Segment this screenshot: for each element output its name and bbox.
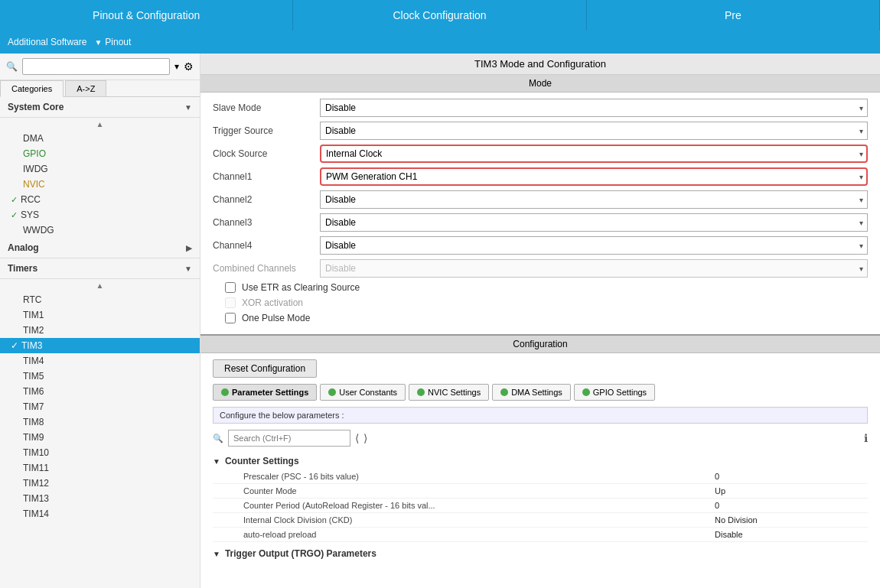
system-core-header[interactable]: System Core ▼ <box>0 97 200 118</box>
sidebar-item-tim2[interactable]: TIM2 <box>0 323 200 338</box>
clock-source-label: Clock Source <box>213 148 320 159</box>
param-row-counter-mode: Counter Mode Up <box>213 484 868 499</box>
sidebar-item-rtc[interactable]: RTC <box>0 292 200 307</box>
trigger-source-select-wrapper: Disable ▾ <box>320 122 868 140</box>
system-core-arrow: ▼ <box>184 103 192 112</box>
slave-mode-select-wrapper: Disable ▾ <box>320 99 868 117</box>
trigger-output-header[interactable]: ▼ Trigger Output (TRGO) Parameters <box>213 545 868 562</box>
gear-icon[interactable]: ⚙ <box>184 60 194 73</box>
slave-mode-row: Slave Mode Disable ▾ <box>213 99 868 117</box>
channel1-row: Channel1 PWM Generation CH1 Disable ▾ <box>213 167 868 186</box>
channel3-select-wrapper: Disable ▾ <box>320 213 868 232</box>
sidebar-item-tim12[interactable]: TIM12 <box>0 476 200 491</box>
channel2-select[interactable]: Disable <box>320 190 868 209</box>
tab-user-constants[interactable]: User Constants <box>320 384 406 401</box>
prev-result-icon[interactable]: ⟨ <box>355 432 359 444</box>
content-title: TIM3 Mode and Configuration <box>200 54 880 75</box>
tab-nvic-settings[interactable]: NVIC Settings <box>409 384 489 401</box>
sidebar-item-tim9[interactable]: TIM9 <box>0 430 200 445</box>
nvic-settings-dot <box>417 388 425 396</box>
trigger-source-select[interactable]: Disable <box>320 122 868 140</box>
second-nav: Additional Software ▼ Pinout <box>0 31 880 54</box>
trigger-collapse-icon: ▼ <box>213 550 220 558</box>
clock-source-row: Clock Source Internal Clock ▾ <box>213 145 868 163</box>
tim3-check-icon: ✓ <box>11 340 18 351</box>
combined-channels-row: Combined Channels Disable ▾ <box>213 259 868 278</box>
reset-config-button[interactable]: Reset Configuration <box>213 359 317 378</box>
counter-settings-header[interactable]: ▼ Counter Settings <box>213 453 868 469</box>
trigger-source-label: Trigger Source <box>213 125 320 136</box>
sidebar-item-sys[interactable]: ✓ SYS <box>0 207 200 223</box>
counter-settings-collapse-icon: ▼ <box>213 457 220 466</box>
config-info-bar: Configure the below parameters : <box>213 407 868 424</box>
search-bar: 🔍 ⟨ ⟩ ℹ <box>213 430 868 447</box>
param-search-input[interactable] <box>228 430 350 447</box>
sidebar-item-rcc[interactable]: ✓ RCC <box>0 192 200 207</box>
tab-categories[interactable]: Categories <box>0 80 64 97</box>
nav-pinout[interactable]: Pinout & Configuration <box>0 0 293 31</box>
xor-activation-row: XOR activation <box>213 297 868 308</box>
param-row-prescaler: Prescaler (PSC - 16 bits value) 0 <box>213 469 868 484</box>
channel4-select[interactable]: Disable <box>320 236 868 255</box>
tab-dma-settings[interactable]: DMA Settings <box>492 384 571 401</box>
sidebar-item-gpio[interactable]: GPIO <box>0 146 200 161</box>
sidebar-item-tim6[interactable]: TIM6 <box>0 384 200 399</box>
channel4-label: Channel4 <box>213 240 320 251</box>
sidebar-item-tim10[interactable]: TIM10 <box>0 445 200 460</box>
slave-mode-label: Slave Mode <box>213 102 320 113</box>
next-result-icon[interactable]: ⟩ <box>363 432 367 444</box>
one-pulse-checkbox[interactable] <box>225 313 236 323</box>
sidebar-item-tim13[interactable]: TIM13 <box>0 491 200 506</box>
one-pulse-row: One Pulse Mode <box>213 313 868 323</box>
xor-activation-checkbox[interactable] <box>225 297 236 308</box>
sidebar-item-tim4[interactable]: TIM4 <box>0 353 200 369</box>
slave-mode-select[interactable]: Disable <box>320 99 868 117</box>
timers-arrow: ▼ <box>184 265 192 273</box>
mode-content: Slave Mode Disable ▾ Trigger Source Disa… <box>200 93 880 336</box>
channel3-select[interactable]: Disable <box>320 213 868 232</box>
info-icon[interactable]: ℹ <box>864 432 868 444</box>
sidebar-item-tim5[interactable]: TIM5 <box>0 369 200 384</box>
tab-gpio-settings[interactable]: GPIO Settings <box>574 384 655 401</box>
timers-scroll-up[interactable]: ▲ <box>0 279 200 292</box>
sidebar-item-wwdg[interactable]: WWDG <box>0 223 200 238</box>
nav-pinout-second[interactable]: ▼ Pinout <box>94 37 131 47</box>
sidebar-item-dma[interactable]: DMA <box>0 131 200 146</box>
sys-check-icon: ✓ <box>11 210 18 220</box>
sidebar-item-tim7[interactable]: TIM7 <box>0 399 200 414</box>
sidebar-item-tim1[interactable]: TIM1 <box>0 307 200 323</box>
param-row-counter-period: Counter Period (AutoReload Register - 16… <box>213 499 868 513</box>
channel1-select[interactable]: PWM Generation CH1 Disable <box>320 167 868 186</box>
analog-header[interactable]: Analog ▶ <box>0 238 200 258</box>
channel1-select-wrapper: PWM Generation CH1 Disable ▾ <box>320 167 868 186</box>
channel4-select-wrapper: Disable ▾ <box>320 236 868 255</box>
sidebar-item-tim8[interactable]: TIM8 <box>0 414 200 430</box>
config-tabs: Parameter Settings User Constants NVIC S… <box>213 384 868 401</box>
sidebar: 🔍 ▾ ⚙ Categories A->Z System Core ▼ ▲ DM… <box>0 54 200 588</box>
tab-az[interactable]: A->Z <box>65 80 106 96</box>
one-pulse-label: One Pulse Mode <box>242 313 310 323</box>
sidebar-item-tim3[interactable]: ✓ TIM3 <box>0 338 200 353</box>
clock-source-select[interactable]: Internal Clock <box>320 145 868 163</box>
analog-arrow: ▶ <box>186 244 192 252</box>
search-icon-param: 🔍 <box>213 434 223 443</box>
nav-clock[interactable]: Clock Configuration <box>293 0 586 31</box>
config-section: Configuration Reset Configuration Parame… <box>200 336 880 568</box>
sidebar-item-nvic[interactable]: NVIC <box>0 177 200 192</box>
clock-source-select-wrapper: Internal Clock ▾ <box>320 145 868 163</box>
combined-channels-select[interactable]: Disable <box>320 259 868 278</box>
sidebar-search-input[interactable] <box>22 58 170 75</box>
use-etr-row: Use ETR as Clearing Source <box>213 282 868 293</box>
sidebar-item-iwdg[interactable]: IWDG <box>0 161 200 177</box>
sidebar-item-tim14[interactable]: TIM14 <box>0 506 200 521</box>
scroll-up-arrow[interactable]: ▲ <box>0 118 200 131</box>
use-etr-label: Use ETR as Clearing Source <box>242 282 360 293</box>
nav-pre[interactable]: Pre <box>587 0 880 31</box>
combined-channels-select-wrapper: Disable ▾ <box>320 259 868 278</box>
use-etr-checkbox[interactable] <box>225 282 236 293</box>
tab-parameter-settings[interactable]: Parameter Settings <box>213 384 317 401</box>
dropdown-arrow-icon[interactable]: ▾ <box>174 61 179 72</box>
timers-header[interactable]: Timers ▼ <box>0 258 200 279</box>
sidebar-item-tim11[interactable]: TIM11 <box>0 460 200 476</box>
nav-additional-software[interactable]: Additional Software <box>8 37 86 47</box>
